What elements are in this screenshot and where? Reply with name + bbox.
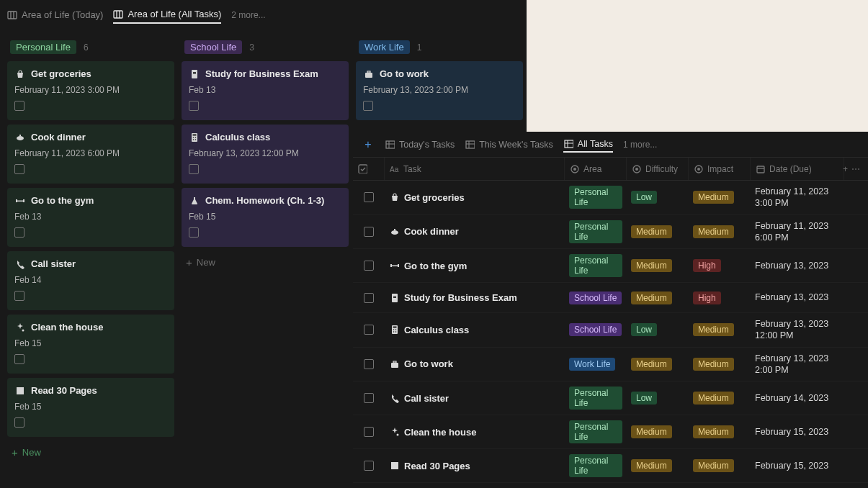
difficulty-pill[interactable]: Medium xyxy=(631,358,672,371)
add-column-button[interactable]: + xyxy=(843,164,848,174)
card-checkbox[interactable] xyxy=(189,164,199,174)
task-card[interactable]: Go to work February 13, 2023 2:00 PM xyxy=(356,61,523,120)
date-cell[interactable]: February 15, 2023 xyxy=(751,458,844,474)
area-pill[interactable]: Work Life xyxy=(569,358,615,371)
impact-pill[interactable]: High xyxy=(693,259,721,272)
table-row[interactable]: Get groceries Personal Life Low Medium F… xyxy=(353,181,868,215)
area-pill[interactable]: Personal Life xyxy=(569,420,622,443)
col-difficulty[interactable]: Difficulty xyxy=(627,158,689,180)
table-row[interactable]: Go to work Work Life Medium Medium Febru… xyxy=(353,348,868,382)
difficulty-pill[interactable]: Medium xyxy=(631,292,672,304)
tab-todays-tasks[interactable]: Today's Tasks xyxy=(385,137,455,152)
date-cell[interactable]: February 14, 2023 xyxy=(751,390,844,406)
difficulty-pill[interactable]: Medium xyxy=(631,225,672,238)
column-badge[interactable]: Work Life xyxy=(359,40,410,54)
card-checkbox[interactable] xyxy=(189,101,199,111)
area-pill[interactable]: Personal Life xyxy=(569,254,622,277)
column-badge[interactable]: Personal Life xyxy=(10,40,76,54)
area-pill[interactable]: Personal Life xyxy=(569,454,622,477)
difficulty-pill[interactable]: Low xyxy=(631,323,657,336)
area-pill[interactable]: School Life xyxy=(569,323,622,336)
row-checkbox[interactable] xyxy=(364,325,374,335)
col-area[interactable]: Area xyxy=(565,158,627,180)
task-card[interactable]: Read 30 Pages Feb 15 xyxy=(7,378,174,437)
impact-pill[interactable]: Medium xyxy=(693,425,734,438)
task-card[interactable]: Study for Business Exam Feb 13 xyxy=(182,61,349,120)
col-date[interactable]: Date (Due) xyxy=(751,158,844,180)
date-cell[interactable]: February 15, 2023 xyxy=(751,424,844,440)
date-cell[interactable]: February 13, 2023 2:00 PM xyxy=(751,351,844,379)
row-checkbox[interactable] xyxy=(364,359,374,369)
card-checkbox[interactable] xyxy=(14,291,24,301)
tab-label: This Week's Tasks xyxy=(479,140,553,150)
area-pill[interactable]: Personal Life xyxy=(569,220,622,243)
table-row[interactable]: Call sister Personal Life Low Medium Feb… xyxy=(353,381,868,415)
card-checkbox[interactable] xyxy=(189,227,199,238)
tab-weeks-tasks[interactable]: This Week's Tasks xyxy=(465,137,553,152)
col-impact[interactable]: Impact xyxy=(689,158,751,180)
difficulty-pill[interactable]: Low xyxy=(631,392,657,405)
table-row[interactable]: Calculus class School Life Low Medium Fe… xyxy=(353,313,868,348)
difficulty-pill[interactable]: Low xyxy=(631,191,657,204)
card-checkbox[interactable] xyxy=(14,417,24,428)
area-pill[interactable]: School Life xyxy=(569,292,622,304)
table-tabs-more[interactable]: 1 more... xyxy=(623,140,657,150)
row-checkbox[interactable] xyxy=(364,293,374,303)
task-card[interactable]: Cook dinner February 11, 2023 6:00 PM xyxy=(7,125,174,184)
table-row[interactable]: Read 30 Pages Personal Life Medium Mediu… xyxy=(353,449,868,483)
tabs-more[interactable]: 2 more... xyxy=(231,10,265,20)
add-task-button[interactable]: + xyxy=(362,138,375,151)
impact-pill[interactable]: Medium xyxy=(693,191,734,204)
add-card-button[interactable]: +New xyxy=(7,441,174,464)
table-row[interactable]: Go to the gym Personal Life Medium High … xyxy=(353,249,868,283)
task-card[interactable]: Calculus class February 13, 2023 12:00 P… xyxy=(182,125,349,184)
impact-pill[interactable]: Medium xyxy=(693,459,734,472)
task-card[interactable]: Clean the house Feb 15 xyxy=(7,315,174,374)
date-cell[interactable]: February 13, 2023 12:00 PM xyxy=(751,316,844,344)
add-card-button[interactable]: +New xyxy=(182,251,349,274)
task-card[interactable]: Chem. Homework (Ch. 1-3) Feb 15 xyxy=(182,188,349,247)
area-pill[interactable]: Personal Life xyxy=(569,387,622,410)
task-card[interactable]: Get groceries February 11, 2023 3:00 PM xyxy=(7,61,174,120)
card-date: February 13, 2023 12:00 PM xyxy=(189,148,341,158)
more-button[interactable]: ⋯ xyxy=(851,164,860,174)
card-checkbox[interactable] xyxy=(14,164,24,174)
card-checkbox[interactable] xyxy=(14,354,24,364)
impact-pill[interactable]: High xyxy=(693,292,721,304)
column-count: 3 xyxy=(249,42,254,53)
row-checkbox[interactable] xyxy=(364,427,374,437)
impact-pill[interactable]: Medium xyxy=(693,323,734,336)
task-card[interactable]: Call sister Feb 14 xyxy=(7,251,174,310)
date-cell[interactable]: February 13, 2023 xyxy=(751,289,844,305)
date-cell[interactable]: February 11, 2023 6:00 PM xyxy=(751,218,844,246)
impact-pill[interactable]: Medium xyxy=(693,225,734,238)
row-checkbox[interactable] xyxy=(364,393,374,403)
col-check[interactable] xyxy=(353,158,385,180)
table-row[interactable]: Study for Business Exam School Life Medi… xyxy=(353,283,868,313)
table-row[interactable]: Clean the house Personal Life Medium Med… xyxy=(353,415,868,449)
tab-area-all[interactable]: Area of Life (All Tasks) xyxy=(113,6,221,24)
table-row[interactable]: Cook dinner Personal Life Medium Medium … xyxy=(353,215,868,250)
difficulty-pill[interactable]: Medium xyxy=(631,259,672,272)
row-checkbox[interactable] xyxy=(364,461,374,471)
table-row[interactable]: Chem. Homework (Ch. 1-3) School Life Med… xyxy=(353,483,868,488)
date-cell[interactable]: February 11, 2023 3:00 PM xyxy=(751,184,844,212)
difficulty-pill[interactable]: Medium xyxy=(631,425,672,438)
area-pill[interactable]: Personal Life xyxy=(569,186,622,209)
card-checkbox[interactable] xyxy=(363,101,373,111)
date-cell[interactable]: February 13, 2023 xyxy=(751,258,844,274)
row-checkbox[interactable] xyxy=(364,227,374,237)
card-checkbox[interactable] xyxy=(14,227,24,238)
col-task[interactable]: Task xyxy=(385,158,565,180)
card-checkbox[interactable] xyxy=(14,101,24,111)
impact-pill[interactable]: Medium xyxy=(693,392,734,405)
task-card[interactable]: Go to the gym Feb 13 xyxy=(7,188,174,247)
tab-all-tasks[interactable]: All Tasks xyxy=(563,136,613,153)
impact-pill[interactable]: Medium xyxy=(693,358,734,371)
tab-area-today[interactable]: Area of Life (Today) xyxy=(7,6,103,23)
board-icon xyxy=(7,10,17,20)
row-checkbox[interactable] xyxy=(364,261,374,271)
row-checkbox[interactable] xyxy=(364,192,374,202)
column-badge[interactable]: School Life xyxy=(184,40,242,54)
difficulty-pill[interactable]: Medium xyxy=(631,459,672,472)
